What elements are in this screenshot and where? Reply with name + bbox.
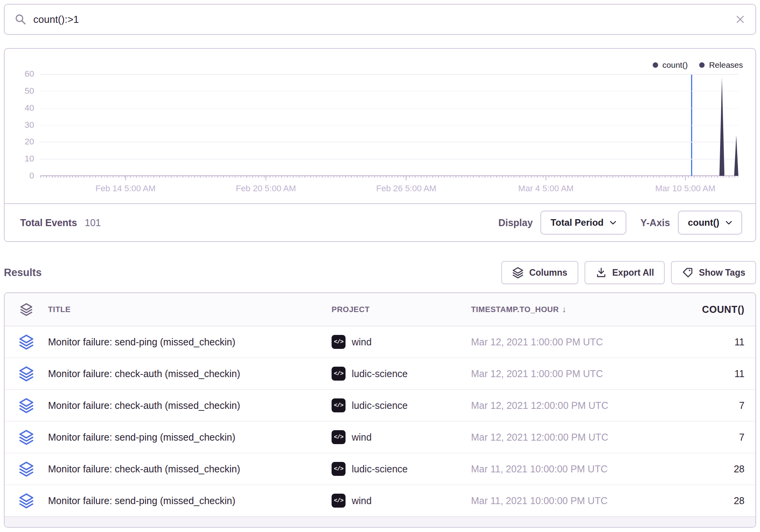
- yaxis-dropdown[interactable]: count(): [678, 211, 742, 235]
- columns-button[interactable]: Columns: [501, 261, 578, 284]
- legend-dot-icon: [653, 62, 658, 68]
- results-heading: Results: [4, 267, 42, 279]
- project-cell[interactable]: </> wind: [332, 335, 471, 349]
- legend-dot-icon: [699, 62, 705, 68]
- table-footer: [5, 517, 755, 527]
- project-name: wind: [352, 336, 371, 348]
- gridline: [40, 74, 739, 75]
- timestamp-cell: Mar 12, 2021 1:00:00 PM UTC: [471, 368, 647, 379]
- results-bar: Results Columns Export All Show Ta: [4, 261, 756, 284]
- stack-icon: [5, 398, 48, 413]
- results-actions: Columns Export All Show Tags: [501, 261, 756, 284]
- table-row[interactable]: Monitor failure: send-ping (missed_check…: [5, 485, 755, 517]
- y-axis-tick-label: 10: [25, 154, 34, 164]
- table-row[interactable]: Monitor failure: send-ping (missed_check…: [5, 422, 755, 453]
- gridline: [40, 125, 739, 126]
- x-axis-tick-label: Mar 10 5:00 AM: [655, 184, 715, 194]
- total-events-label: Total Events: [20, 217, 77, 228]
- export-all-button[interactable]: Export All: [585, 261, 665, 284]
- x-axis-tick-mark: [545, 176, 546, 180]
- event-title-link[interactable]: Monitor failure: send-ping (missed_check…: [48, 336, 332, 348]
- count-series-spike: [734, 135, 738, 176]
- table-row[interactable]: Monitor failure: check-auth (missed_chec…: [5, 358, 755, 390]
- table-row[interactable]: Monitor failure: check-auth (missed_chec…: [5, 390, 755, 422]
- legend-item[interactable]: count(): [653, 60, 688, 70]
- project-cell[interactable]: </> ludic-science: [332, 367, 471, 381]
- x-axis-tick: Mar 4 5:00 AM: [518, 176, 574, 194]
- event-title-link[interactable]: Monitor failure: send-ping (missed_check…: [48, 432, 332, 443]
- yaxis-label: Y-Axis: [640, 217, 670, 228]
- count-cell: 11: [647, 368, 755, 379]
- sort-desc-arrow-icon: ↓: [562, 304, 567, 314]
- close-icon[interactable]: [735, 14, 745, 24]
- total-events-value: 101: [85, 217, 101, 228]
- project-cell[interactable]: </> wind: [332, 430, 471, 444]
- x-axis-tick: Feb 26 5:00 AM: [376, 176, 436, 194]
- stack-icon: [5, 461, 48, 477]
- event-title-link[interactable]: Monitor failure: send-ping (missed_check…: [48, 495, 332, 506]
- gridline: [40, 142, 739, 142]
- table-row[interactable]: Monitor failure: send-ping (missed_check…: [5, 326, 755, 358]
- chart-summary-row: Total Events 101 Display Total Period Y-…: [5, 203, 755, 241]
- gridline: [40, 108, 739, 109]
- display-dropdown[interactable]: Total Period: [540, 211, 626, 235]
- legend-item[interactable]: Releases: [699, 60, 743, 70]
- chevron-down-icon: [726, 221, 732, 225]
- platform-code-icon: </>: [332, 367, 346, 381]
- x-axis-tick-mark: [406, 176, 407, 180]
- display-dropdown-value: Total Period: [550, 217, 604, 228]
- stack-icon: [5, 303, 48, 316]
- x-axis-tick-label: Mar 4 5:00 AM: [518, 184, 574, 194]
- gridline: [40, 159, 739, 160]
- project-name: ludic-science: [352, 400, 408, 411]
- yaxis-dropdown-value: count(): [688, 217, 719, 228]
- y-axis-tick-label: 50: [25, 86, 34, 96]
- y-axis-tick-label: 30: [25, 120, 34, 130]
- events-chart-card: count() Releases 6050403020100 Feb 14 5:…: [4, 48, 756, 242]
- stack-icon: [5, 366, 48, 381]
- x-axis-tick: Feb 20 5:00 AM: [236, 176, 296, 194]
- stack-icon: [5, 493, 48, 508]
- column-header-timestamp[interactable]: TIMESTAMP.TO_HOUR↓: [471, 304, 647, 314]
- chart-legend: count() Releases: [653, 60, 743, 70]
- timestamp-cell: Mar 12, 2021 1:00:00 PM UTC: [471, 336, 647, 348]
- platform-code-icon: </>: [332, 398, 346, 412]
- project-cell[interactable]: </> wind: [332, 494, 471, 508]
- timestamp-cell: Mar 11, 2021 10:00:00 PM UTC: [471, 495, 647, 506]
- timestamp-cell: Mar 12, 2021 12:00:00 PM UTC: [471, 400, 647, 411]
- table-header-row: TITLE PROJECT TIMESTAMP.TO_HOUR↓ COUNT(): [5, 293, 755, 326]
- platform-code-icon: </>: [332, 462, 346, 476]
- column-header-count[interactable]: COUNT(): [647, 304, 755, 315]
- stack-icon: [5, 334, 48, 350]
- column-header-title[interactable]: TITLE: [48, 305, 332, 314]
- count-cell: 11: [647, 336, 755, 348]
- x-axis-tick: Feb 14 5:00 AM: [95, 176, 155, 194]
- results-table: TITLE PROJECT TIMESTAMP.TO_HOUR↓ COUNT()…: [4, 292, 756, 528]
- layers-icon: [512, 267, 524, 278]
- event-title-link[interactable]: Monitor failure: check-auth (missed_chec…: [48, 400, 332, 411]
- project-cell[interactable]: </> ludic-science: [332, 462, 471, 476]
- x-axis-tick-mark: [125, 176, 126, 180]
- platform-code-icon: </>: [332, 430, 346, 444]
- y-axis-tick-label: 40: [25, 103, 34, 113]
- y-axis-tick-label: 20: [25, 137, 34, 147]
- column-header-project[interactable]: PROJECT: [332, 305, 471, 314]
- x-axis-tick-label: Feb 20 5:00 AM: [236, 184, 296, 194]
- chevron-down-icon: [610, 221, 616, 225]
- timestamp-cell: Mar 11, 2021 10:00:00 PM UTC: [471, 463, 647, 475]
- project-cell[interactable]: </> ludic-science: [332, 398, 471, 412]
- y-axis-tick-label: 60: [25, 69, 34, 79]
- event-title-link[interactable]: Monitor failure: check-auth (missed_chec…: [48, 368, 332, 379]
- search-input[interactable]: [33, 14, 735, 26]
- table-row[interactable]: Monitor failure: check-auth (missed_chec…: [5, 453, 755, 485]
- project-name: ludic-science: [352, 463, 408, 475]
- project-name: wind: [352, 432, 371, 443]
- platform-code-icon: </>: [332, 494, 346, 508]
- show-tags-button[interactable]: Show Tags: [671, 261, 756, 284]
- count-cell: 28: [647, 495, 755, 506]
- tag-icon: [682, 267, 693, 278]
- count-cell: 28: [647, 463, 755, 475]
- stack-icon: [5, 429, 48, 445]
- event-title-link[interactable]: Monitor failure: check-auth (missed_chec…: [48, 463, 332, 475]
- timestamp-cell: Mar 12, 2021 12:00:00 PM UTC: [471, 432, 647, 443]
